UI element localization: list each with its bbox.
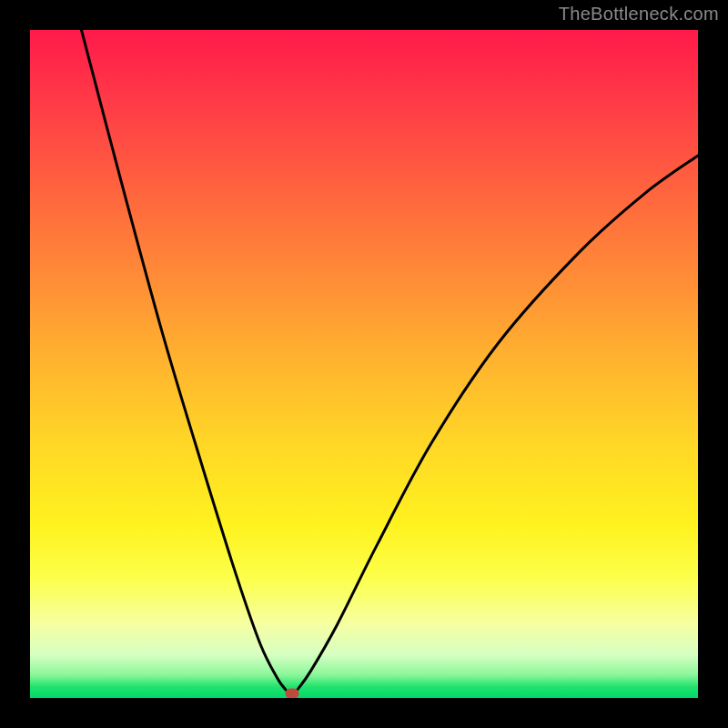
plot-area	[30, 30, 698, 698]
watermark-text: TheBottleneck.com	[559, 4, 719, 25]
bottleneck-curve	[30, 30, 698, 698]
minimum-marker	[285, 688, 298, 698]
curve-right-branch	[298, 156, 698, 690]
outer-frame: TheBottleneck.com	[0, 0, 728, 728]
curve-left-branch	[82, 30, 287, 690]
